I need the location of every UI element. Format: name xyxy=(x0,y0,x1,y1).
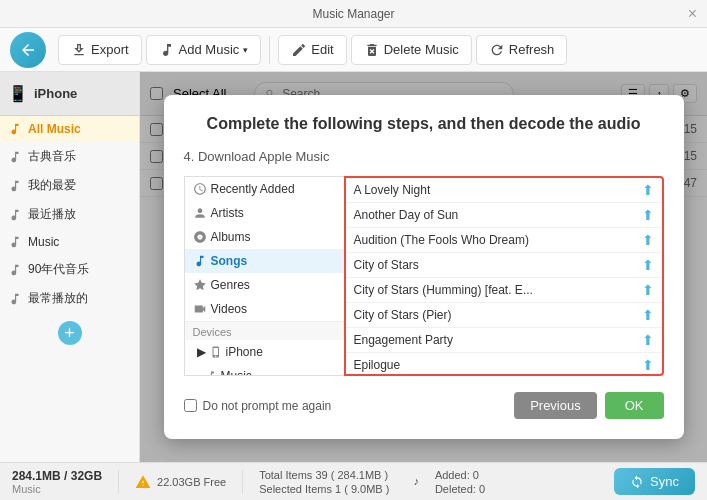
modal-footer: Do not prompt me again Previous OK xyxy=(184,392,664,419)
sync-icon xyxy=(630,475,644,489)
sidebar-item-myfav[interactable]: 我的最爱 xyxy=(0,171,139,200)
ok-button[interactable]: OK xyxy=(605,392,664,419)
sidebar-item-classical[interactable]: 古典音乐 xyxy=(0,142,139,171)
song-select-item[interactable]: Another Day of Sun⬆ xyxy=(346,203,662,228)
sidebar-item-recent[interactable]: 最近播放 xyxy=(0,200,139,229)
song-select-item[interactable]: City of Stars (Pier)⬆ xyxy=(346,303,662,328)
video-icon xyxy=(193,302,207,316)
warning-icon xyxy=(135,474,151,490)
deleted-count: Deleted: 0 xyxy=(435,483,485,495)
song-select-item[interactable]: Engagement Party⬆ xyxy=(346,328,662,353)
modal-title: Complete the following steps, and then d… xyxy=(184,115,664,133)
free-space: 22.03GB Free xyxy=(157,476,226,488)
tree-videos[interactable]: Videos xyxy=(185,297,344,321)
iphone-icon xyxy=(210,346,222,358)
added-count: Added: 0 xyxy=(435,469,485,481)
add-playlist-button[interactable]: + xyxy=(58,321,82,345)
export-button[interactable]: Export xyxy=(58,35,142,65)
separator xyxy=(269,36,270,64)
close-icon[interactable]: × xyxy=(688,5,697,23)
toolbar: Export Add Music ▾ Edit Delete Music Ref… xyxy=(0,28,707,72)
previous-button[interactable]: Previous xyxy=(514,392,597,419)
add-music-button[interactable]: Add Music ▾ xyxy=(146,35,262,65)
song-select-item[interactable]: City of Stars (Humming) [feat. E...⬆ xyxy=(346,278,662,303)
devices-label: Devices xyxy=(185,321,344,340)
song-select-item[interactable]: Audition (The Fools Who Dream)⬆ xyxy=(346,228,662,253)
status-divider xyxy=(118,470,119,494)
modal-overlay: Complete the following steps, and then d… xyxy=(140,72,707,462)
modal-buttons: Previous OK xyxy=(514,392,663,419)
sync-label: Sync xyxy=(650,474,679,489)
album-icon xyxy=(193,230,207,244)
back-button[interactable] xyxy=(10,32,46,68)
storage-info: 284.1MB / 32GB Music xyxy=(12,469,102,495)
song-select-list: A Lovely Night⬆Another Day of Sun⬆Auditi… xyxy=(344,176,664,376)
song-select-item[interactable]: A Lovely Night⬆ xyxy=(346,178,662,203)
items-info: Total Items 39 ( 284.1MB ) Selected Item… xyxy=(259,469,389,495)
music-tree: Recently Added Artists Albums Songs xyxy=(184,176,344,376)
tree-genres[interactable]: Genres xyxy=(185,273,344,297)
no-prompt-checkbox[interactable] xyxy=(184,399,197,412)
selected-items: Selected Items 1 ( 9.0MB ) xyxy=(259,483,389,495)
storage-used: 284.1MB / 32GB xyxy=(12,469,102,483)
app-title: Music Manager xyxy=(312,7,394,21)
status-divider2 xyxy=(242,470,243,494)
delete-music-button[interactable]: Delete Music xyxy=(351,35,472,65)
song-select-item[interactable]: Epilogue⬆ xyxy=(346,353,662,376)
storage-label: Music xyxy=(12,483,102,495)
total-items: Total Items 39 ( 284.1MB ) xyxy=(259,469,389,481)
phone-icon: 📱 xyxy=(8,84,28,103)
tree-songs[interactable]: Songs xyxy=(185,249,344,273)
title-bar: Music Manager × xyxy=(0,0,707,28)
no-prompt-area: Do not prompt me again xyxy=(184,399,332,413)
sidebar: 📱 iPhone All Music 古典音乐 我的最爱 最近播放 Music … xyxy=(0,72,140,462)
clock-icon xyxy=(193,182,207,196)
device-name: iPhone xyxy=(34,86,77,101)
sidebar-item-90s[interactable]: 90年代音乐 xyxy=(0,255,139,284)
tree-artists[interactable]: Artists xyxy=(185,201,344,225)
modal-body: Recently Added Artists Albums Songs xyxy=(184,176,664,376)
warning-icon-area: 22.03GB Free xyxy=(135,474,226,490)
tree-recently-added[interactable]: Recently Added xyxy=(185,177,344,201)
add-delete-info: Added: 0 Deleted: 0 xyxy=(435,469,485,495)
delta-info: ♪ xyxy=(413,475,419,489)
status-bar: 284.1MB / 32GB Music 22.03GB Free Total … xyxy=(0,462,707,500)
modal-step: 4. Download Apple Music xyxy=(184,149,664,164)
music-folder-icon xyxy=(205,370,217,376)
main-layout: 📱 iPhone All Music 古典音乐 我的最爱 最近播放 Music … xyxy=(0,72,707,462)
music-note-icon2: ♪ xyxy=(413,475,419,487)
tree-albums[interactable]: Albums xyxy=(185,225,344,249)
song-select-item[interactable]: City of Stars⬆ xyxy=(346,253,662,278)
sync-button[interactable]: Sync xyxy=(614,468,695,495)
genre-icon xyxy=(193,278,207,292)
device-header: 📱 iPhone xyxy=(0,72,139,116)
tree-music[interactable]: Music xyxy=(185,364,344,376)
tree-iphone[interactable]: ▶ iPhone xyxy=(185,340,344,364)
sidebar-item-all-music[interactable]: All Music xyxy=(0,116,139,142)
modal-dialog: Complete the following steps, and then d… xyxy=(164,95,684,439)
refresh-button[interactable]: Refresh xyxy=(476,35,568,65)
no-prompt-label: Do not prompt me again xyxy=(203,399,332,413)
edit-button[interactable]: Edit xyxy=(278,35,346,65)
music-note-icon xyxy=(193,254,207,268)
sidebar-item-music[interactable]: Music xyxy=(0,229,139,255)
person-icon xyxy=(193,206,207,220)
add-playlist-area: + xyxy=(0,313,139,353)
content-area: Select All ☰ ↑ ⚙ Immortals Fall Out Boy … xyxy=(140,72,707,462)
sidebar-item-most-played[interactable]: 最常播放的 xyxy=(0,284,139,313)
